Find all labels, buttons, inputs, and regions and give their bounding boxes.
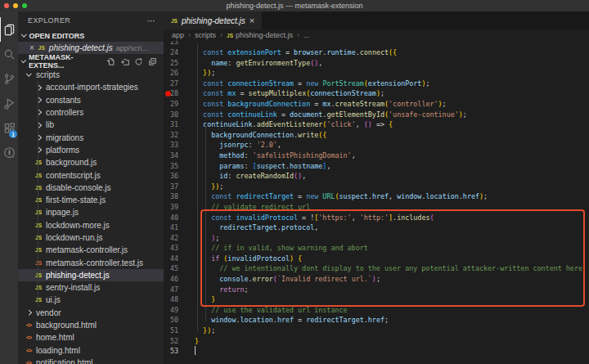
code-line[interactable]: 30 const continueLink = document.getElem…: [164, 110, 589, 120]
line-number[interactable]: 26: [164, 68, 195, 79]
breadcrumb-item[interactable]: app: [172, 31, 184, 39]
line-number[interactable]: 47: [164, 285, 195, 295]
line-number[interactable]: 33: [164, 140, 195, 151]
code-line[interactable]: 53: [164, 346, 589, 357]
collapse-all-icon[interactable]: [147, 56, 157, 66]
code-editor[interactable]: 2324 const extensionPort = browser.runti…: [164, 41, 589, 364]
code-line[interactable]: 38 const redirectTarget = new URL(suspec…: [164, 191, 589, 202]
tree-item-account-import-strategies[interactable]: account-import-strategies: [18, 81, 164, 93]
breadcrumb-item[interactable]: JSphishing-detect.js: [227, 31, 293, 39]
code-line[interactable]: 41 redirectTarget.protocol,: [164, 222, 589, 233]
breakpoint-icon[interactable]: [165, 91, 171, 97]
line-number[interactable]: 24: [164, 47, 195, 58]
tree-item-platforms[interactable]: platforms: [18, 144, 164, 156]
code-line[interactable]: 39 // validate redirect url: [164, 202, 589, 213]
code-line[interactable]: 23: [164, 41, 589, 47]
line-number[interactable]: 23: [164, 41, 195, 47]
tree-item-lib[interactable]: lib: [18, 119, 164, 131]
code-line[interactable]: 48 }: [164, 294, 589, 305]
line-number[interactable]: 31: [164, 119, 195, 130]
tree-item-migrations[interactable]: migrations: [18, 131, 164, 143]
maximize-window-button[interactable]: [22, 3, 27, 8]
tree-item-constants[interactable]: constants: [18, 94, 164, 106]
tree-item-phishing-detect-js[interactable]: JSphishing-detect.js: [18, 269, 164, 281]
tree-item-first-time-state-js[interactable]: JSfirst-time-state.js: [18, 194, 164, 206]
code-line[interactable]: 36 id: createRandomId(),: [164, 171, 589, 182]
code-line[interactable]: 28 const mx = setupMultiplex(connectionS…: [164, 88, 589, 99]
source-control-icon[interactable]: [0, 66, 18, 91]
open-editor-item[interactable]: ×JSphishing-detect.jsapp/scri...: [18, 42, 164, 54]
line-number[interactable]: 35: [164, 161, 195, 172]
code-line[interactable]: 52}: [164, 336, 589, 347]
line-number[interactable]: 25: [164, 58, 195, 69]
code-line[interactable]: 27 const connectionStream = new PortStre…: [164, 79, 589, 89]
line-number[interactable]: 30: [164, 110, 195, 120]
new-file-icon[interactable]: [106, 56, 115, 66]
line-number[interactable]: 39: [164, 202, 195, 213]
code-line[interactable]: 44 if (invalidProtocol) {: [164, 254, 589, 264]
line-number[interactable]: 34: [164, 151, 195, 161]
extensions-icon[interactable]: 1: [0, 115, 18, 140]
code-line[interactable]: 46 console.error(`Invalid redirect url.`…: [164, 274, 589, 285]
code-line[interactable]: 31 continueLink.addEventListener('click'…: [164, 119, 589, 130]
tree-item-controllers[interactable]: controllers: [18, 106, 164, 119]
line-number[interactable]: 28: [164, 88, 195, 99]
run-debug-icon[interactable]: [0, 91, 18, 115]
close-icon[interactable]: ×: [29, 43, 34, 52]
open-editors-section-header[interactable]: OPEN EDITORS: [18, 29, 164, 42]
minimize-window-button[interactable]: [13, 3, 18, 8]
line-number[interactable]: 36: [164, 171, 195, 182]
tree-item-metamask-controller-js[interactable]: JSmetamask-controller.js: [18, 244, 164, 256]
line-number[interactable]: 53: [164, 346, 195, 357]
tree-item-loading-html[interactable]: <>loading.html: [18, 344, 164, 357]
code-line[interactable]: 42 );: [164, 233, 589, 244]
line-number[interactable]: 43: [164, 243, 195, 254]
code-line[interactable]: 43 // if in valid, show warning and abor…: [164, 243, 589, 254]
more-actions-icon[interactable]: ⋯: [147, 16, 155, 25]
code-line[interactable]: 29 const backgroundConnection = mx.creat…: [164, 99, 589, 110]
code-line[interactable]: 25 name: getEnvironmentType(),: [164, 58, 589, 69]
breadcrumb-item[interactable]: ...: [303, 31, 310, 39]
line-number[interactable]: 49: [164, 305, 195, 316]
code-line[interactable]: 47 return;: [164, 285, 589, 295]
line-number[interactable]: 46: [164, 274, 195, 285]
line-number[interactable]: 32: [164, 130, 195, 141]
tree-item-background-js[interactable]: JSbackground.js: [18, 156, 164, 169]
line-number[interactable]: 48: [164, 294, 195, 305]
code-line[interactable]: 37 });: [164, 182, 589, 192]
tree-item-contentscript-js[interactable]: JScontentscript.js: [18, 169, 164, 181]
code-line[interactable]: 32 backgroundConnection.write({: [164, 130, 589, 141]
close-tab-icon[interactable]: ×: [250, 16, 254, 25]
project-section-header[interactable]: METAMASK-EXTENS...: [18, 54, 164, 69]
tree-item-scripts[interactable]: scripts: [18, 69, 164, 81]
tree-item-background-html[interactable]: <>background.html: [18, 319, 164, 331]
code-line[interactable]: 35 params: [suspect.hostname],: [164, 161, 589, 172]
breadcrumb-item[interactable]: scripts: [195, 31, 216, 39]
tree-item-disable-console-js[interactable]: JSdisable-console.js: [18, 182, 164, 194]
tree-item-home-html[interactable]: <>home.html: [18, 331, 164, 344]
line-number[interactable]: 37: [164, 182, 195, 192]
line-number[interactable]: 40: [164, 213, 195, 223]
explorer-icon[interactable]: [0, 17, 18, 42]
code-line[interactable]: 49 // use the validated url instance: [164, 305, 589, 316]
tree-item-vendor[interactable]: vendor: [18, 307, 164, 319]
close-window-button[interactable]: [4, 3, 9, 8]
line-number[interactable]: 29: [164, 99, 195, 110]
line-number[interactable]: 52: [164, 336, 195, 347]
tree-item-ui-js[interactable]: JSui.js: [18, 294, 164, 306]
tree-item-metamask-controller-test-js[interactable]: JSmetamask-controller.test.js: [18, 256, 164, 268]
tree-item-lockdown-more-js[interactable]: JSlockdown-more.js: [18, 219, 164, 231]
refresh-icon[interactable]: [133, 56, 143, 66]
code-line[interactable]: 40 const invalidProtocol = !['https:', '…: [164, 213, 589, 223]
tree-item-notification-html[interactable]: <>notification.html: [18, 357, 164, 364]
line-number[interactable]: 50: [164, 315, 195, 326]
code-line[interactable]: 50 window.location.href = redirectTarget…: [164, 315, 589, 326]
code-line[interactable]: 34 method: 'safelistPhishingDomain',: [164, 151, 589, 161]
search-icon[interactable]: [0, 42, 18, 66]
line-number[interactable]: 45: [164, 263, 195, 274]
tree-item-lockdown-run-js[interactable]: JSlockdown-run.js: [18, 231, 164, 244]
tab-phishing-detect[interactable]: JS phishing-detect.js ×: [164, 11, 262, 29]
line-number[interactable]: 51: [164, 326, 195, 336]
tree-item-sentry-install-js[interactable]: JSsentry-install.js: [18, 281, 164, 294]
line-number[interactable]: 38: [164, 191, 195, 202]
